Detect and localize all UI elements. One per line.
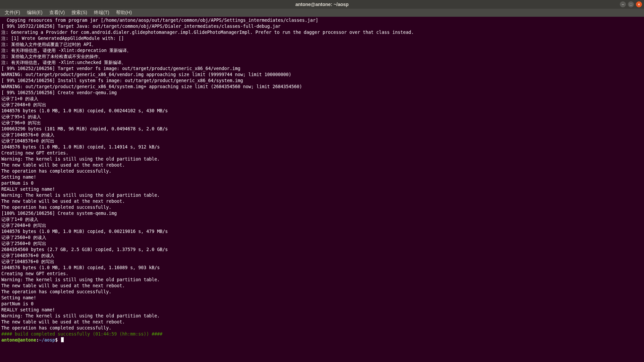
terminal-line: 记录了95+1 的读入 — [1, 114, 643, 120]
terminal-line: REALLY setting name! — [1, 307, 643, 313]
terminal-line: 注: Generating a Provider for com.android… — [1, 29, 643, 36]
terminal-line: The operation has completed successfully… — [1, 168, 643, 174]
terminal-line: The operation has completed successfully… — [1, 325, 643, 331]
terminal-line: 记录了1048576+0 的读入 — [1, 253, 643, 259]
terminal-line: 记录了1048576+0 的读入 — [1, 132, 643, 138]
terminal-line: [ 99% 106255/106256] Create vendor-qemu.… — [1, 90, 643, 96]
cursor-icon — [61, 337, 64, 342]
terminal-line: The new table will be used at the next r… — [1, 198, 643, 204]
window-controls: – □ × — [620, 1, 642, 7]
terminal-line: 2684354560 bytes (2.7 GB, 2.5 GiB) copie… — [1, 247, 643, 253]
terminal-line: 注: 某些输入文件使用或覆盖了已过时的 API。 — [1, 42, 643, 48]
terminal-line: 1048576 bytes (1.0 MB, 1.0 MiB) copied, … — [1, 265, 643, 271]
terminal-line: Warning: The kernel is still using the o… — [1, 313, 643, 319]
terminal-line: WARNING: out/target/product/generic_x86_… — [1, 72, 643, 78]
terminal-line: The operation has completed successfully… — [1, 204, 643, 210]
terminal-line: partNum is 0 — [1, 180, 643, 186]
terminal-line: [ 99% 106252/106256] Target vendor fs im… — [1, 66, 643, 72]
prompt-path: ~/aosp — [39, 338, 55, 343]
terminal-line: 1048576 bytes (1.0 MB, 1.0 MiB) copied, … — [1, 144, 643, 150]
menu-search[interactable]: 搜索(S) — [68, 10, 91, 16]
terminal-line: #### build completed successfully (01:44… — [1, 331, 643, 337]
terminal-line: 记录了1+0 的读入 — [1, 217, 643, 223]
terminal-line: Setting name! — [1, 174, 643, 180]
terminal-line: 记录了1+0 的读入 — [1, 96, 643, 102]
window-close-button[interactable]: × — [636, 1, 642, 7]
prompt-user: antone@antone — [1, 338, 36, 343]
menu-bar: 文件(F) 编辑(E) 查看(V) 搜索(S) 终端(T) 帮助(H) — [0, 9, 644, 17]
terminal-line: 注: 有关详细信息, 请使用 -Xlint:deprecation 重新编译。 — [1, 48, 643, 54]
menu-file[interactable]: 文件(F) — [1, 10, 23, 16]
terminal-line: The operation has completed successfully… — [1, 289, 643, 295]
window-titlebar: antone@antone: ~/aosp – □ × — [0, 0, 644, 9]
menu-terminal[interactable]: 终端(T) — [91, 10, 113, 16]
terminal-line: 记录了96+0 的写出 — [1, 120, 643, 126]
terminal-line: 1048576 bytes (1.0 MB, 1.0 MiB) copied, … — [1, 108, 643, 114]
terminal-output[interactable]: Copying resources from program jar [/hom… — [0, 17, 644, 343]
window-title: antone@antone: ~/aosp — [296, 2, 349, 7]
terminal-line: Warning: The kernel is still using the o… — [1, 156, 643, 162]
terminal-line: [ 99% 106254/106256] Install system fs i… — [1, 78, 643, 84]
prompt-separator: : — [36, 338, 39, 343]
terminal-line: Creating new GPT entries. — [1, 271, 643, 277]
terminal-line: 记录了2048+0 的写出 — [1, 223, 643, 229]
terminal-line: [100% 106256/106256] Create system-qemu.… — [1, 210, 643, 217]
terminal-line: 记录了2560+0 的写出 — [1, 241, 643, 247]
terminal-line: WARNING: out/target/product/generic_x86_… — [1, 84, 643, 90]
terminal-line: The new table will be used at the next r… — [1, 319, 643, 325]
terminal-line: 记录了1048576+0 的写出 — [1, 259, 643, 265]
terminal-line: Creating new GPT entries. — [1, 150, 643, 156]
terminal-prompt[interactable]: antone@antone:~/aosp$ — [1, 337, 643, 343]
terminal-line: 记录了2560+0 的读入 — [1, 235, 643, 241]
window-minimize-button[interactable]: – — [620, 1, 626, 7]
terminal-line: 注: 有关详细信息, 请使用 -Xlint:unchecked 重新编译。 — [1, 60, 643, 66]
terminal-line: Setting name! — [1, 295, 643, 301]
terminal-line: Warning: The kernel is still using the o… — [1, 277, 643, 283]
menu-help[interactable]: 帮助(H) — [113, 10, 135, 16]
terminal-line: Copying resources from program jar [/hom… — [1, 17, 643, 23]
window-maximize-button[interactable]: □ — [628, 1, 634, 7]
terminal-line: 注: [1] Wrote GeneratedAppGlideModule wit… — [1, 36, 643, 42]
terminal-line: [ 99% 105722/106256] Target Java: out/ta… — [1, 23, 643, 29]
terminal-line: 100663296 bytes (101 MB, 96 MiB) copied,… — [1, 126, 643, 132]
terminal-line: partNum is 0 — [1, 301, 643, 307]
prompt-symbol: $ — [55, 338, 60, 343]
menu-view[interactable]: 查看(V) — [46, 10, 68, 16]
menu-edit[interactable]: 编辑(E) — [23, 10, 46, 16]
terminal-line: REALLY setting name! — [1, 186, 643, 192]
terminal-line: 记录了2048+0 的写出 — [1, 102, 643, 108]
terminal-line: 注: 某些输入文件使用了未经检查或不安全的操作。 — [1, 54, 643, 60]
terminal-line: Warning: The kernel is still using the o… — [1, 192, 643, 198]
terminal-line: 1048576 bytes (1.0 MB, 1.0 MiB) copied, … — [1, 229, 643, 235]
terminal-line: 记录了1048576+0 的写出 — [1, 138, 643, 144]
terminal-line: The new table will be used at the next r… — [1, 283, 643, 289]
terminal-line: The new table will be used at the next r… — [1, 162, 643, 168]
